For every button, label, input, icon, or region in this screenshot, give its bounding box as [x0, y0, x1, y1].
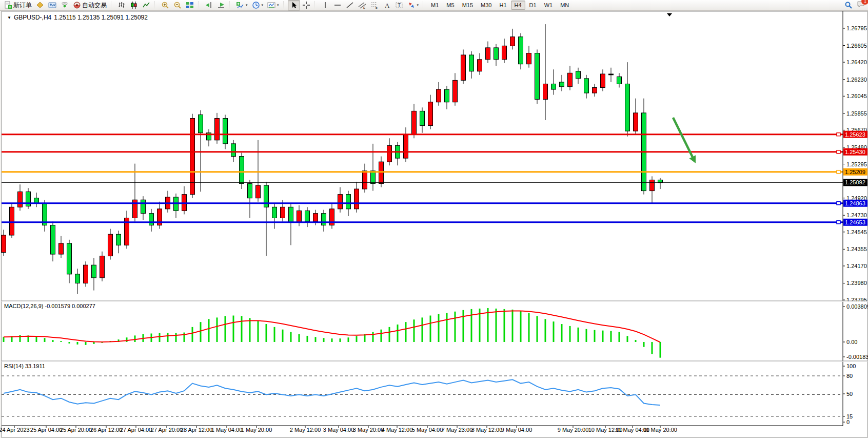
candlestick: [240, 157, 244, 184]
macd-histogram-bar: [290, 332, 292, 342]
level-end-marker[interactable]: [837, 170, 840, 174]
level-end-marker[interactable]: [837, 202, 840, 205]
macd-histogram-bar: [594, 330, 596, 342]
macd-histogram-bar: [422, 317, 423, 342]
text-label-icon: T: [395, 1, 403, 9]
text-icon: A: [383, 1, 391, 9]
vertical-line-button[interactable]: [319, 0, 331, 11]
tile-windows-button[interactable]: [184, 0, 196, 11]
macd-histogram-bar: [528, 313, 530, 342]
text-label-button[interactable]: T: [393, 0, 405, 11]
chevron-down-icon[interactable]: ▾: [246, 3, 248, 7]
time-axis-label: 1 May 20:00: [241, 427, 272, 433]
timeframe-w1-button[interactable]: W1: [541, 1, 557, 10]
equidistant-channel-icon: E: [358, 1, 366, 9]
toolbar: 新订单自动交易▾▾▾EFAT▾ M1M5M15M30H1H4D1W1MN 1: [0, 0, 868, 11]
toolbar-separator: [198, 2, 201, 9]
timeframe-h1-button[interactable]: H1: [496, 1, 510, 10]
candlestick: [379, 162, 384, 183]
level-end-marker[interactable]: [837, 150, 840, 154]
time-axis-label: 2 May 12:00: [290, 427, 321, 433]
price-axis-label: 1.24730: [846, 212, 867, 218]
timeframe-m1-button[interactable]: M1: [427, 1, 442, 10]
macd-histogram-bar: [405, 322, 407, 342]
candlestick: [428, 102, 433, 126]
candlestick: [199, 115, 203, 132]
search-icon[interactable]: [844, 1, 853, 9]
time-axis-label: 4 May 12:00: [382, 427, 413, 433]
quotes-chart-icon: [36, 1, 44, 9]
level-price-badge-text: 1.25623: [845, 131, 865, 138]
time-axis-label: 9 May 20:00: [558, 427, 589, 433]
chart-symbol-period: GBPUSD-,H4: [14, 14, 51, 21]
time-axis-label: 5 May 04:00: [412, 427, 443, 433]
price-axis-label: 1.26045: [846, 93, 867, 99]
candlestick: [149, 214, 154, 225]
candlestick: [535, 53, 540, 100]
rsi-axis-label: 0: [846, 419, 850, 425]
macd-histogram-bar: [282, 330, 284, 342]
time-axis-label: 1 May 04:00: [211, 427, 243, 433]
templates-button[interactable]: ▾: [265, 0, 281, 11]
zoom-out-button[interactable]: [171, 0, 184, 11]
macd-histogram-bar: [619, 332, 620, 342]
cursor-button[interactable]: [288, 0, 300, 11]
time-axis-label: 25 Apr 20:00: [60, 427, 92, 433]
price-axis-label: 1.26230: [846, 77, 867, 83]
auto-trading-icon: [73, 1, 81, 9]
arrows-icon: [407, 1, 416, 9]
crosshair-button[interactable]: [300, 0, 312, 11]
arrows-button[interactable]: ▾: [405, 0, 421, 11]
chart-shift-button[interactable]: [203, 0, 215, 11]
toolbar-separator: [283, 2, 286, 9]
macd-histogram-bar: [610, 331, 612, 342]
timeframe-d1-button[interactable]: D1: [526, 1, 540, 10]
macd-histogram-bar: [438, 314, 440, 342]
candlestick: [231, 144, 236, 157]
new-order-button[interactable]: 新订单: [2, 0, 34, 11]
level-end-marker[interactable]: [837, 133, 840, 136]
timeframe-mn-button[interactable]: MN: [557, 1, 573, 10]
macd-histogram-bar: [307, 336, 308, 342]
line-chart-button[interactable]: [140, 0, 152, 11]
trend-line-button[interactable]: [344, 0, 356, 11]
timeframe-m15-button[interactable]: M15: [459, 1, 477, 10]
indicators-button[interactable]: ▾: [234, 0, 250, 11]
text-button[interactable]: A: [381, 0, 393, 11]
candlestick: [297, 211, 302, 222]
candlestick: [10, 207, 14, 235]
chart-canvas[interactable]: 1.267951.266051.264201.262301.260451.258…: [0, 11, 868, 438]
timeframe-m5-button[interactable]: M5: [443, 1, 458, 10]
collapse-triangle-icon[interactable]: ▼: [7, 15, 11, 20]
chevron-down-icon[interactable]: ▾: [277, 3, 279, 7]
chevron-down-icon[interactable]: ▾: [417, 3, 419, 7]
macd-histogram-bar: [578, 328, 579, 342]
candlestick-chart-button[interactable]: [128, 0, 140, 11]
horizontal-line-button[interactable]: [331, 0, 344, 11]
svg-text:T: T: [398, 3, 401, 8]
auto-scroll-button[interactable]: [215, 0, 227, 11]
quotes-chart-button[interactable]: [34, 0, 46, 11]
level-end-marker[interactable]: [837, 221, 840, 224]
vertical-line-icon: [321, 1, 329, 9]
macd-histogram-bar: [233, 316, 234, 342]
macd-histogram-bar: [569, 326, 571, 342]
level-price-badge-text: 1.25430: [845, 149, 865, 155]
notifications-button[interactable]: 1: [857, 0, 865, 10]
signals-button[interactable]: [58, 0, 71, 11]
periods-button[interactable]: ▾: [250, 0, 266, 11]
candlestick: [248, 183, 252, 198]
market-watch-button[interactable]: [46, 0, 58, 11]
timeframe-h4-button[interactable]: H4: [511, 1, 525, 10]
equidistant-channel-button[interactable]: E: [356, 0, 368, 11]
macd-histogram-bar: [167, 333, 169, 342]
bar-chart-button[interactable]: [115, 0, 128, 11]
fibonacci-button[interactable]: F: [368, 0, 381, 11]
timeframe-m30-button[interactable]: M30: [477, 1, 495, 10]
rsi-axis-label: 80: [846, 373, 853, 379]
zoom-in-button[interactable]: [159, 0, 171, 11]
chevron-down-icon[interactable]: ▾: [262, 3, 264, 7]
candlestick: [650, 180, 655, 191]
macd-histogram-bar: [561, 324, 563, 342]
auto-trading-button[interactable]: 自动交易: [71, 0, 109, 11]
